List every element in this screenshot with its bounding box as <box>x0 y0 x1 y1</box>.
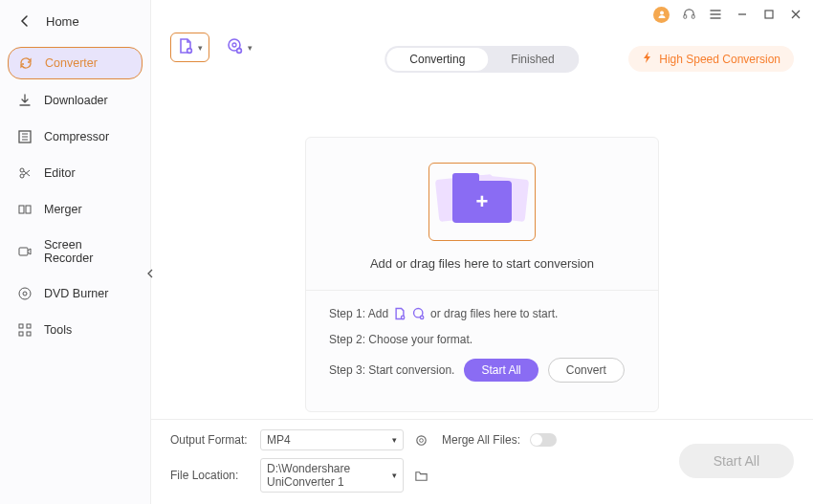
drop-text: Add or drag files here to start conversi… <box>370 256 594 271</box>
settings-gear-icon[interactable] <box>413 432 428 448</box>
download-icon <box>17 93 33 108</box>
nav-label: DVD Burner <box>44 287 108 300</box>
merge-label: Merge All Files: <box>442 433 520 447</box>
svg-rect-15 <box>765 11 773 18</box>
nav-list: Converter Downloader Compressor Editor M… <box>0 41 150 345</box>
open-folder-icon[interactable] <box>413 468 428 483</box>
high-speed-button[interactable]: High Speed Conversion <box>628 46 794 72</box>
nav-label: Compressor <box>44 130 109 143</box>
drop-card: + Add or drag files here to start conver… <box>305 137 659 412</box>
minimize-icon[interactable] <box>735 7 750 22</box>
footer: Output Format: MP4▾ Merge All Files: Fil… <box>151 419 813 504</box>
chevron-down-icon: ▾ <box>392 471 397 480</box>
folder-plus-icon: + <box>452 181 512 223</box>
svg-point-24 <box>419 438 423 442</box>
add-dvd-button[interactable]: ▾ <box>221 33 258 61</box>
nav-item-editor[interactable]: Editor <box>8 158 143 188</box>
output-format-row: Output Format: MP4▾ Merge All Files: <box>170 429 670 450</box>
nav-item-tools[interactable]: Tools <box>8 315 143 345</box>
record-icon <box>17 244 33 259</box>
svg-point-23 <box>416 435 425 444</box>
svg-rect-3 <box>19 206 24 213</box>
nav-item-converter[interactable]: Converter <box>8 47 143 79</box>
nav-label: Merger <box>44 203 82 216</box>
svg-point-12 <box>660 11 664 15</box>
home-title: Home <box>46 14 79 29</box>
nav-label: Converter <box>45 56 98 70</box>
titlebar <box>151 0 813 29</box>
svg-point-1 <box>20 168 24 172</box>
sidebar-header: Home <box>0 0 150 41</box>
tab-finished[interactable]: Finished <box>488 48 577 71</box>
refresh-icon <box>18 55 33 71</box>
svg-point-6 <box>19 288 31 299</box>
start-all-button[interactable]: Start All <box>464 359 538 382</box>
steps: Step 1: Add or drag files here to start.… <box>306 290 658 411</box>
svg-rect-11 <box>27 332 31 336</box>
chevron-down-icon: ▾ <box>392 435 397 445</box>
svg-point-2 <box>20 174 24 178</box>
content: + Add or drag files here to start conver… <box>151 70 813 419</box>
nav-label: Tools <box>44 323 72 337</box>
grid-icon <box>17 322 33 338</box>
svg-rect-10 <box>19 332 23 336</box>
file-location-row: File Location: D:\Wondershare UniConvert… <box>170 458 670 493</box>
sidebar: Home Converter Downloader Compressor Edi… <box>0 0 151 504</box>
disc-plus-icon <box>411 306 427 321</box>
scissors-icon <box>17 165 33 181</box>
svg-rect-4 <box>26 206 31 213</box>
nav-label: Downloader <box>44 94 108 107</box>
add-file-button[interactable]: ▾ <box>170 33 209 62</box>
step-3: Step 3: Start conversion. Start All Conv… <box>329 358 635 383</box>
disc-plus-icon <box>227 37 244 57</box>
step-1: Step 1: Add or drag files here to start. <box>329 306 635 321</box>
file-location-select[interactable]: D:\Wondershare UniConverter 1▾ <box>260 458 404 493</box>
menu-icon[interactable] <box>708 7 723 22</box>
tab-converting[interactable]: Converting <box>386 48 488 71</box>
disc-icon <box>17 286 33 301</box>
output-format-label: Output Format: <box>170 433 251 447</box>
speed-label: High Speed Conversion <box>659 53 780 66</box>
svg-point-18 <box>232 43 236 47</box>
compress-icon <box>17 129 33 144</box>
bolt-icon <box>642 51 653 67</box>
chevron-down-icon: ▾ <box>248 43 253 53</box>
nav-item-dvd[interactable]: DVD Burner <box>8 278 143 309</box>
close-icon[interactable] <box>788 7 803 22</box>
drop-area: + Add or drag files here to start conver… <box>306 138 658 290</box>
chevron-down-icon: ▾ <box>198 43 203 53</box>
output-format-select[interactable]: MP4▾ <box>260 429 404 450</box>
add-files-drop-button[interactable]: + <box>428 163 536 241</box>
main: ▾ ▾ Converting Finished High Speed Conve… <box>151 0 813 504</box>
tab-switch: Converting Finished <box>385 46 579 73</box>
back-icon[interactable] <box>17 13 33 30</box>
svg-point-7 <box>23 292 27 296</box>
nav-item-compressor[interactable]: Compressor <box>8 121 143 152</box>
file-location-label: File Location: <box>170 469 251 482</box>
merge-toggle[interactable] <box>530 433 557 447</box>
merge-icon <box>17 202 33 217</box>
start-all-main-button[interactable]: Start All <box>679 444 794 478</box>
svg-rect-8 <box>19 324 23 328</box>
nav-item-downloader[interactable]: Downloader <box>8 85 143 116</box>
nav-item-recorder[interactable]: Screen Recorder <box>8 230 143 273</box>
step-2: Step 2: Choose your format. <box>329 333 635 346</box>
nav-item-merger[interactable]: Merger <box>8 194 143 225</box>
convert-button[interactable]: Convert <box>548 358 625 383</box>
svg-rect-5 <box>19 248 28 255</box>
file-plus-icon <box>392 306 407 321</box>
svg-rect-9 <box>27 324 31 328</box>
nav-label: Editor <box>44 166 76 180</box>
file-plus-icon <box>177 37 194 57</box>
avatar-icon[interactable] <box>653 7 670 23</box>
headset-icon[interactable] <box>681 7 696 22</box>
maximize-icon[interactable] <box>761 7 777 22</box>
nav-label: Screen Recorder <box>44 238 133 265</box>
